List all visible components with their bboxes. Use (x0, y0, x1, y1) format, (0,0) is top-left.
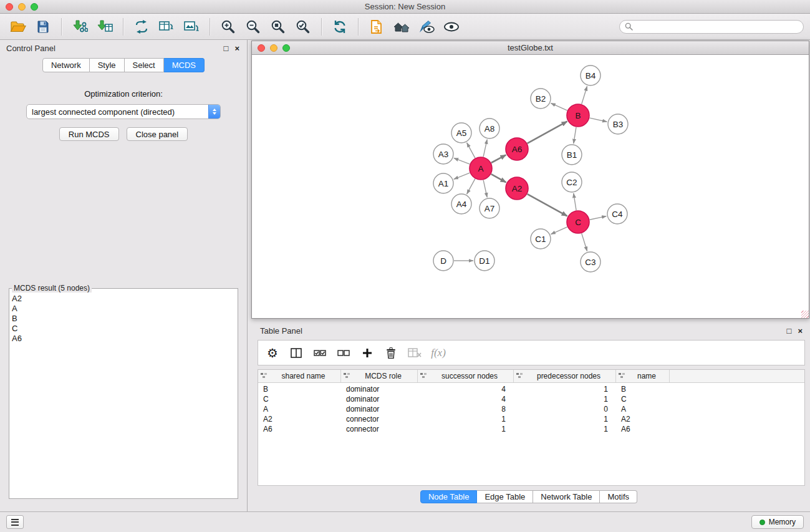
task-history-button[interactable] (6, 515, 24, 529)
tab-edge-table[interactable]: Edge Table (477, 490, 533, 503)
graph-node-A8[interactable]: A8 (480, 118, 499, 138)
graph-node-B4[interactable]: B4 (581, 65, 600, 85)
tab-network-table[interactable]: Network Table (533, 490, 600, 503)
graph-node-A[interactable]: A (470, 157, 492, 180)
graph-node-A3[interactable]: A3 (433, 144, 453, 164)
mcds-result-item[interactable]: B (12, 314, 238, 324)
criterion-dropdown[interactable]: largest connected component (directed) (26, 104, 221, 119)
graph-node-B3[interactable]: B3 (608, 114, 628, 134)
graph-edge-A-A3[interactable] (454, 158, 470, 164)
column-header-name[interactable]: name (616, 370, 670, 382)
import-network-button[interactable] (68, 16, 92, 38)
graph-node-A1[interactable]: A1 (433, 173, 453, 193)
refresh-view-button[interactable] (328, 16, 352, 38)
close-panel-icon[interactable]: × (234, 44, 239, 52)
import-table-button[interactable] (93, 16, 117, 38)
graph-node-C3[interactable]: C3 (581, 252, 600, 272)
graph-edge-C-C3[interactable] (582, 233, 587, 251)
network-graph[interactable]: B4B2BB3A8A5A6A3B1AA1C2A2A4A7C4CC1DD1C3 (252, 55, 808, 317)
tab-mcds[interactable]: MCDS (164, 58, 205, 72)
resize-handle[interactable] (801, 311, 809, 318)
column-header-MCDS-role[interactable]: MCDS role (341, 370, 418, 382)
graph-edge-B-B2[interactable] (551, 103, 567, 110)
minimize-network-window-button[interactable] (270, 44, 277, 52)
close-network-window-button[interactable] (258, 44, 265, 52)
zoom-out-button[interactable] (241, 16, 265, 38)
column-header-shared-name[interactable]: shared name (258, 370, 341, 382)
graph-node-A2[interactable]: A2 (506, 177, 528, 200)
column-header-successor-nodes[interactable]: successor nodes (418, 370, 514, 382)
table-row[interactable]: Adominator80A (258, 404, 804, 414)
graph-edge-A-A5[interactable] (467, 143, 475, 158)
close-table-panel-icon[interactable]: × (798, 327, 803, 335)
zoom-selected-button[interactable] (291, 16, 315, 38)
tab-style[interactable]: Style (90, 58, 125, 72)
add-column-button[interactable] (359, 343, 375, 363)
tab-select[interactable]: Select (125, 58, 164, 72)
zoom-window-button[interactable] (31, 3, 38, 11)
graph-edge-C-C1[interactable] (551, 227, 567, 235)
delete-table-button[interactable] (407, 343, 423, 363)
network-canvas[interactable]: B4B2BB3A8A5A6A3B1AA1C2A2A4A7C4CC1DD1C3 (252, 55, 809, 317)
graph-node-B2[interactable]: B2 (531, 89, 551, 109)
search-input[interactable] (636, 22, 798, 31)
graph-node-B1[interactable]: B1 (562, 145, 582, 165)
open-file-button[interactable] (6, 16, 30, 38)
new-table-button[interactable] (155, 16, 178, 38)
zoom-fit-button[interactable] (266, 16, 290, 38)
save-session-button[interactable] (31, 16, 55, 38)
graph-node-C2[interactable]: C2 (562, 172, 582, 192)
style-preview-button[interactable] (415, 16, 438, 38)
mcds-result-item[interactable]: A6 (12, 334, 238, 344)
export-image-button[interactable] (180, 16, 203, 38)
float-panel-icon[interactable]: □ (224, 44, 229, 52)
table-row[interactable]: A2connector11A2 (258, 414, 804, 424)
graph-edge-A-A7[interactable] (483, 180, 487, 198)
graph-node-A4[interactable]: A4 (451, 194, 471, 214)
delete-column-button[interactable] (383, 343, 399, 363)
deselect-all-columns-button[interactable] (335, 343, 352, 363)
graph-edge-A2-C[interactable] (528, 194, 567, 216)
new-network-button[interactable] (130, 16, 153, 38)
tab-network[interactable]: Network (42, 58, 90, 72)
tab-node-table[interactable]: Node Table (420, 490, 478, 503)
column-header-predecessor-nodes[interactable]: predecessor nodes (514, 370, 616, 382)
table-row[interactable]: Bdominator41B (258, 384, 804, 394)
graph-node-A6[interactable]: A6 (506, 138, 528, 160)
graph-node-A5[interactable]: A5 (451, 123, 471, 143)
graph-node-C[interactable]: C (567, 211, 589, 233)
graph-edge-A-A2[interactable] (491, 174, 506, 182)
graph-edge-B-B3[interactable] (590, 118, 607, 122)
graph-edge-C-C4[interactable] (590, 216, 607, 220)
graph-node-A7[interactable]: A7 (480, 198, 499, 218)
graph-edge-A-A1[interactable] (454, 173, 470, 179)
mcds-result-item[interactable]: A (12, 304, 238, 314)
search-box[interactable] (619, 20, 804, 34)
graph-node-B[interactable]: B (567, 104, 589, 127)
close-panel-button[interactable]: Close panel (127, 127, 188, 141)
graph-edge-B-B1[interactable] (574, 127, 576, 143)
document-export-button[interactable] (365, 16, 388, 38)
tab-motifs[interactable]: Motifs (600, 490, 637, 503)
graph-edge-A-A8[interactable] (483, 140, 487, 157)
graph-node-C1[interactable]: C1 (531, 229, 551, 249)
table-row[interactable]: Cdominator41C (258, 394, 804, 404)
zoom-network-window-button[interactable] (282, 44, 290, 52)
zoom-in-button[interactable] (216, 16, 240, 38)
graph-node-D1[interactable]: D1 (475, 251, 494, 271)
minimize-window-button[interactable] (18, 3, 26, 11)
table-row[interactable]: A6connector11A6 (258, 424, 804, 434)
mcds-result-item[interactable]: C (12, 324, 238, 334)
graph-edge-B-B4[interactable] (582, 86, 587, 104)
graph-node-D[interactable]: D (433, 251, 453, 271)
select-all-columns-button[interactable] (312, 343, 328, 363)
graph-edge-C-C2[interactable] (574, 193, 576, 210)
close-window-button[interactable] (6, 3, 13, 11)
graph-edge-A-A6[interactable] (491, 155, 506, 163)
memory-button[interactable]: Memory (751, 515, 804, 529)
home-panels-button[interactable] (390, 16, 413, 38)
float-table-panel-icon[interactable]: □ (787, 327, 792, 335)
mcds-result-item[interactable]: A2 (12, 294, 238, 304)
show-details-button[interactable] (440, 16, 463, 38)
graph-edge-A6-B[interactable] (528, 122, 567, 143)
